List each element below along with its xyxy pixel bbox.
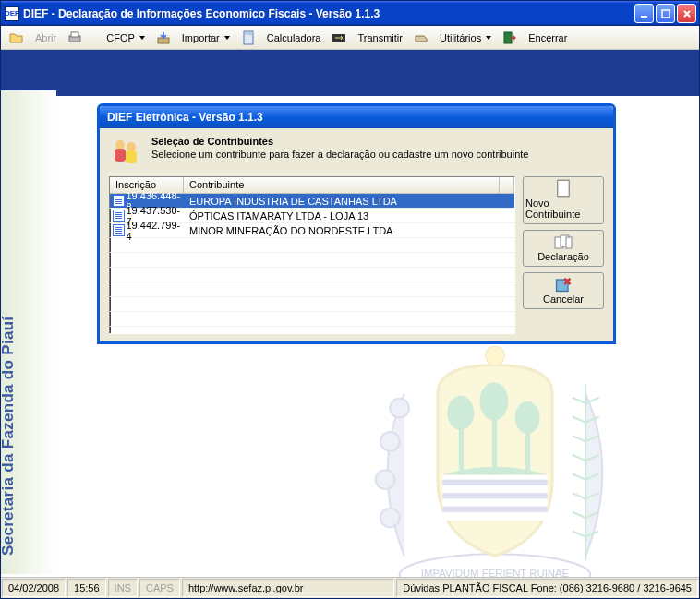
document-icon	[113, 224, 125, 236]
encerrar-button[interactable]: Encerrar	[524, 30, 572, 45]
content-banner	[1, 50, 699, 96]
svg-rect-0	[641, 16, 647, 18]
calculadora-button[interactable]: Calculadora	[262, 30, 326, 45]
svg-rect-8	[504, 32, 512, 43]
toolbar: Abrir CFOP Importar Calculadora Transmit…	[1, 26, 699, 50]
maximize-button[interactable]	[656, 4, 675, 23]
svg-rect-31	[126, 150, 137, 163]
close-button[interactable]	[677, 4, 696, 23]
status-url: http://www.sefaz.pi.gov.br	[182, 579, 394, 597]
col-contribuinte[interactable]: Contribuinte	[184, 177, 500, 193]
svg-point-24	[390, 399, 409, 418]
svg-rect-35	[566, 237, 572, 248]
svg-rect-15	[442, 493, 548, 498]
status-caps: CAPS	[139, 579, 180, 597]
main-window: DEF DIEF - Declaração de Informações Eco…	[0, 0, 700, 599]
contribuintes-dialog: DIEF Eletrônica - Versão 1.1.3 Seleção d…	[97, 103, 616, 344]
table-row[interactable]	[110, 253, 514, 268]
svg-rect-19	[492, 413, 497, 474]
tools-icon	[414, 30, 428, 45]
printer-icon	[67, 30, 82, 45]
svg-point-27	[380, 509, 400, 528]
minimize-button[interactable]	[634, 4, 654, 23]
svg-rect-29	[115, 149, 126, 162]
cancel-icon	[554, 277, 573, 292]
table-row[interactable]: 19.442.799-4MINOR MINERAÇÃO DO NORDESTE …	[110, 223, 514, 238]
print-button[interactable]	[63, 29, 87, 47]
import-icon	[156, 30, 171, 45]
document-icon	[113, 195, 125, 207]
svg-point-22	[515, 401, 540, 434]
svg-rect-14	[442, 480, 548, 485]
dialog-subtitle: Selecione um contribunte para fazer a de…	[151, 149, 528, 160]
status-phone: Dúvidas PLANTÃO FISCAL Fone: (086) 3216-…	[396, 579, 698, 597]
svg-rect-1	[662, 10, 670, 18]
people-icon	[109, 136, 142, 169]
documents-icon	[554, 234, 573, 249]
app-icon: DEF	[5, 6, 19, 21]
titlebar: DEF DIEF - Declaração de Informações Eco…	[1, 1, 699, 26]
importar-button[interactable]: Importar	[177, 30, 235, 45]
table-row[interactable]	[110, 268, 514, 282]
status-date: 04/02/2008	[2, 579, 66, 597]
exit-icon	[502, 30, 517, 45]
document-icon	[113, 210, 125, 222]
folder-open-icon	[9, 30, 24, 45]
coat-of-arms-icon: IMPAVIDUM FERIENT RUINAE 24 DE JANEIRO D…	[352, 317, 638, 598]
calculadora-icon-button[interactable]	[236, 29, 260, 47]
chevron-down-icon	[139, 36, 145, 40]
svg-point-28	[115, 140, 125, 150]
statusbar: 04/02/2008 15:56 INS CAPS http://www.sef…	[1, 577, 699, 598]
svg-rect-17	[459, 423, 464, 475]
dialog-title: DIEF Eletrônica - Versão 1.1.3	[100, 106, 613, 128]
encerrar-icon-button[interactable]	[498, 29, 522, 47]
org-vertical-title: Secretaria da Fazenda do Piauí	[1, 317, 18, 556]
novo-contribuinte-button[interactable]: Novo Contribuinte	[523, 176, 604, 224]
chevron-down-icon	[224, 36, 230, 40]
dialog-heading: Seleção de Contribuintes	[151, 136, 273, 147]
importar-icon-button[interactable]	[151, 29, 175, 47]
svg-point-26	[376, 470, 395, 489]
svg-point-30	[127, 142, 136, 151]
calculator-icon	[241, 30, 256, 45]
new-document-icon	[554, 181, 573, 196]
contribuintes-list[interactable]: Inscrição Contribuinte 19.436.448-8EUROP…	[109, 176, 515, 334]
status-ins: INS	[108, 579, 138, 597]
chevron-down-icon	[486, 36, 491, 40]
table-row[interactable]	[110, 282, 514, 297]
col-spacer	[500, 177, 514, 193]
cfop-button[interactable]: CFOP	[102, 30, 150, 45]
table-row[interactable]	[110, 312, 514, 327]
utilitarios-button[interactable]: Utilitários	[435, 30, 496, 45]
window-title: DIEF - Declaração de Informações Economi…	[23, 7, 634, 20]
table-row[interactable]	[110, 297, 514, 312]
svg-point-18	[447, 396, 474, 430]
open-button[interactable]	[5, 29, 29, 47]
svg-point-23	[486, 346, 505, 365]
svg-rect-21	[525, 427, 530, 475]
svg-rect-3	[71, 32, 78, 37]
utilitarios-icon-button[interactable]	[409, 29, 433, 47]
abrir-label: Abrir	[30, 30, 61, 45]
declaracao-button[interactable]: Declaração	[523, 230, 604, 267]
svg-rect-16	[442, 507, 548, 512]
transmitir-icon-button[interactable]	[327, 29, 351, 47]
svg-rect-6	[245, 32, 252, 35]
content-area: Secretaria da Fazenda do Piauí IMPAVIDUM…	[1, 50, 699, 598]
svg-point-25	[380, 432, 400, 451]
cancelar-button[interactable]: Cancelar	[523, 272, 604, 309]
transmitir-button[interactable]: Transmitir	[353, 30, 406, 45]
status-time: 15:56	[67, 579, 106, 597]
svg-point-20	[479, 382, 508, 420]
svg-rect-32	[558, 180, 570, 197]
transmit-icon	[332, 30, 346, 45]
